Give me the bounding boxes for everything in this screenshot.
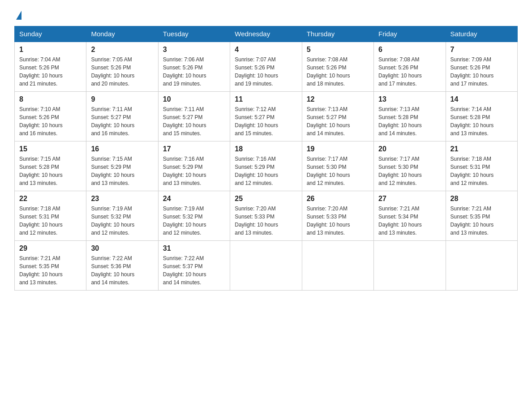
day-info: Sunrise: 7:11 AMSunset: 5:27 PMDaylight:… bbox=[91, 105, 153, 137]
day-number: 30 bbox=[91, 244, 153, 253]
day-number: 2 bbox=[91, 46, 153, 54]
day-info: Sunrise: 7:18 AMSunset: 5:31 PMDaylight:… bbox=[19, 205, 82, 237]
day-info: Sunrise: 7:18 AMSunset: 5:31 PMDaylight:… bbox=[450, 155, 513, 187]
day-info: Sunrise: 7:05 AMSunset: 5:26 PMDaylight:… bbox=[91, 56, 153, 88]
day-number: 26 bbox=[307, 195, 369, 203]
day-info: Sunrise: 7:15 AMSunset: 5:29 PMDaylight:… bbox=[91, 155, 153, 187]
calendar-cell bbox=[302, 241, 373, 291]
col-header-monday: Monday bbox=[86, 26, 158, 42]
day-number: 6 bbox=[378, 46, 441, 54]
calendar-cell: 22Sunrise: 7:18 AMSunset: 5:31 PMDayligh… bbox=[15, 191, 86, 241]
calendar-cell: 28Sunrise: 7:21 AMSunset: 5:35 PMDayligh… bbox=[446, 191, 517, 241]
day-number: 14 bbox=[450, 95, 513, 103]
day-info: Sunrise: 7:10 AMSunset: 5:26 PMDaylight:… bbox=[19, 105, 82, 137]
day-info: Sunrise: 7:17 AMSunset: 5:30 PMDaylight:… bbox=[378, 155, 441, 187]
day-info: Sunrise: 7:21 AMSunset: 5:34 PMDaylight:… bbox=[378, 205, 441, 237]
col-header-sunday: Sunday bbox=[15, 26, 86, 42]
calendar-cell: 20Sunrise: 7:17 AMSunset: 5:30 PMDayligh… bbox=[374, 141, 446, 191]
logo bbox=[14, 11, 21, 19]
day-number: 4 bbox=[235, 46, 297, 54]
calendar-cell: 18Sunrise: 7:16 AMSunset: 5:29 PMDayligh… bbox=[230, 141, 302, 191]
day-number: 18 bbox=[235, 145, 297, 153]
page-header bbox=[14, 11, 518, 19]
col-header-wednesday: Wednesday bbox=[230, 26, 302, 42]
calendar-cell: 8Sunrise: 7:10 AMSunset: 5:26 PMDaylight… bbox=[15, 92, 86, 141]
calendar-cell: 14Sunrise: 7:14 AMSunset: 5:28 PMDayligh… bbox=[446, 92, 517, 141]
calendar-cell: 17Sunrise: 7:16 AMSunset: 5:29 PMDayligh… bbox=[158, 141, 230, 191]
calendar-table: SundayMondayTuesdayWednesdayThursdayFrid… bbox=[14, 26, 518, 291]
day-number: 20 bbox=[378, 145, 441, 153]
calendar-cell: 3Sunrise: 7:06 AMSunset: 5:26 PMDaylight… bbox=[158, 42, 230, 92]
calendar-cell: 2Sunrise: 7:05 AMSunset: 5:26 PMDaylight… bbox=[86, 42, 158, 92]
col-header-friday: Friday bbox=[374, 26, 446, 42]
calendar-cell: 31Sunrise: 7:22 AMSunset: 5:37 PMDayligh… bbox=[158, 241, 230, 291]
day-number: 22 bbox=[19, 195, 82, 203]
calendar-cell: 12Sunrise: 7:13 AMSunset: 5:27 PMDayligh… bbox=[302, 92, 373, 141]
calendar-cell: 25Sunrise: 7:20 AMSunset: 5:33 PMDayligh… bbox=[230, 191, 302, 241]
calendar-cell: 4Sunrise: 7:07 AMSunset: 5:26 PMDaylight… bbox=[230, 42, 302, 92]
day-info: Sunrise: 7:07 AMSunset: 5:26 PMDaylight:… bbox=[235, 56, 297, 88]
calendar-cell: 11Sunrise: 7:12 AMSunset: 5:27 PMDayligh… bbox=[230, 92, 302, 141]
calendar-cell: 21Sunrise: 7:18 AMSunset: 5:31 PMDayligh… bbox=[446, 141, 517, 191]
calendar-cell: 9Sunrise: 7:11 AMSunset: 5:27 PMDaylight… bbox=[86, 92, 158, 141]
day-number: 15 bbox=[19, 145, 82, 153]
calendar-cell bbox=[230, 241, 302, 291]
day-info: Sunrise: 7:22 AMSunset: 5:36 PMDaylight:… bbox=[91, 254, 153, 287]
col-header-saturday: Saturday bbox=[446, 26, 517, 42]
col-header-thursday: Thursday bbox=[302, 26, 373, 42]
calendar-week-row: 22Sunrise: 7:18 AMSunset: 5:31 PMDayligh… bbox=[15, 191, 518, 241]
calendar-cell: 10Sunrise: 7:11 AMSunset: 5:27 PMDayligh… bbox=[158, 92, 230, 141]
day-info: Sunrise: 7:19 AMSunset: 5:32 PMDaylight:… bbox=[91, 205, 153, 237]
day-info: Sunrise: 7:20 AMSunset: 5:33 PMDaylight:… bbox=[235, 205, 297, 237]
day-number: 17 bbox=[163, 145, 225, 153]
day-info: Sunrise: 7:14 AMSunset: 5:28 PMDaylight:… bbox=[450, 105, 513, 137]
day-info: Sunrise: 7:12 AMSunset: 5:27 PMDaylight:… bbox=[235, 105, 297, 137]
calendar-cell: 6Sunrise: 7:08 AMSunset: 5:26 PMDaylight… bbox=[374, 42, 446, 92]
day-number: 19 bbox=[307, 145, 369, 153]
day-info: Sunrise: 7:08 AMSunset: 5:26 PMDaylight:… bbox=[307, 56, 369, 88]
day-number: 24 bbox=[163, 195, 225, 203]
day-number: 3 bbox=[163, 46, 225, 54]
day-number: 11 bbox=[235, 95, 297, 103]
day-number: 8 bbox=[19, 95, 82, 103]
day-number: 31 bbox=[163, 244, 225, 253]
calendar-cell bbox=[446, 241, 517, 291]
day-info: Sunrise: 7:06 AMSunset: 5:26 PMDaylight:… bbox=[163, 56, 225, 88]
day-info: Sunrise: 7:17 AMSunset: 5:30 PMDaylight:… bbox=[307, 155, 369, 187]
day-number: 9 bbox=[91, 95, 153, 103]
day-number: 12 bbox=[307, 95, 369, 103]
calendar-cell: 29Sunrise: 7:21 AMSunset: 5:35 PMDayligh… bbox=[15, 241, 86, 291]
calendar-cell: 5Sunrise: 7:08 AMSunset: 5:26 PMDaylight… bbox=[302, 42, 373, 92]
day-number: 23 bbox=[91, 195, 153, 203]
day-number: 21 bbox=[450, 145, 513, 153]
day-info: Sunrise: 7:20 AMSunset: 5:33 PMDaylight:… bbox=[307, 205, 369, 237]
calendar-cell: 1Sunrise: 7:04 AMSunset: 5:26 PMDaylight… bbox=[15, 42, 86, 92]
calendar-cell: 23Sunrise: 7:19 AMSunset: 5:32 PMDayligh… bbox=[86, 191, 158, 241]
calendar-cell: 16Sunrise: 7:15 AMSunset: 5:29 PMDayligh… bbox=[86, 141, 158, 191]
day-info: Sunrise: 7:21 AMSunset: 5:35 PMDaylight:… bbox=[19, 254, 82, 287]
day-info: Sunrise: 7:19 AMSunset: 5:32 PMDaylight:… bbox=[163, 205, 225, 237]
calendar-week-row: 8Sunrise: 7:10 AMSunset: 5:26 PMDaylight… bbox=[15, 92, 518, 141]
calendar-week-row: 29Sunrise: 7:21 AMSunset: 5:35 PMDayligh… bbox=[15, 241, 518, 291]
calendar-week-row: 1Sunrise: 7:04 AMSunset: 5:26 PMDaylight… bbox=[15, 42, 518, 92]
day-number: 5 bbox=[307, 46, 369, 54]
day-info: Sunrise: 7:09 AMSunset: 5:26 PMDaylight:… bbox=[450, 56, 513, 88]
logo-triangle-icon bbox=[16, 11, 21, 20]
day-number: 7 bbox=[450, 46, 513, 54]
day-info: Sunrise: 7:21 AMSunset: 5:35 PMDaylight:… bbox=[450, 205, 513, 237]
day-number: 13 bbox=[378, 95, 441, 103]
calendar-cell: 27Sunrise: 7:21 AMSunset: 5:34 PMDayligh… bbox=[374, 191, 446, 241]
calendar-cell: 7Sunrise: 7:09 AMSunset: 5:26 PMDaylight… bbox=[446, 42, 517, 92]
calendar-week-row: 15Sunrise: 7:15 AMSunset: 5:28 PMDayligh… bbox=[15, 141, 518, 191]
calendar-cell: 15Sunrise: 7:15 AMSunset: 5:28 PMDayligh… bbox=[15, 141, 86, 191]
calendar-cell: 19Sunrise: 7:17 AMSunset: 5:30 PMDayligh… bbox=[302, 141, 373, 191]
day-number: 28 bbox=[450, 195, 513, 203]
calendar-cell: 24Sunrise: 7:19 AMSunset: 5:32 PMDayligh… bbox=[158, 191, 230, 241]
day-info: Sunrise: 7:22 AMSunset: 5:37 PMDaylight:… bbox=[163, 254, 225, 287]
day-number: 1 bbox=[19, 46, 82, 54]
day-info: Sunrise: 7:04 AMSunset: 5:26 PMDaylight:… bbox=[19, 56, 82, 88]
day-info: Sunrise: 7:13 AMSunset: 5:28 PMDaylight:… bbox=[378, 105, 441, 137]
day-info: Sunrise: 7:16 AMSunset: 5:29 PMDaylight:… bbox=[163, 155, 225, 187]
calendar-cell: 13Sunrise: 7:13 AMSunset: 5:28 PMDayligh… bbox=[374, 92, 446, 141]
day-number: 29 bbox=[19, 244, 82, 253]
